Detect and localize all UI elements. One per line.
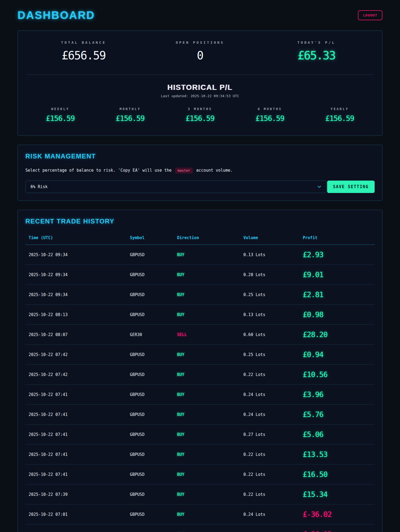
trade-symbol: GBPUSD	[130, 412, 144, 417]
trade-symbol: GBPUSD	[130, 472, 144, 477]
table-row: 2025-10-22 09:34GBPUSDBUY0.20 Lots£9.01	[25, 265, 375, 285]
stat-open-positions: OPEN POSITIONS 0	[142, 40, 258, 62]
table-row: 2025-10-22 07:01GBPUSDBUY0.24 Lots£-36.0…	[25, 504, 375, 524]
trade-time: 2025-10-22 07:39	[29, 492, 68, 497]
trade-volume: 0.22 Lots	[243, 472, 265, 477]
trade-symbol: GBPUSD	[130, 252, 144, 257]
trade-volume: 0.24 Lots	[243, 392, 265, 397]
period-label: 6 MONTHS	[235, 107, 305, 111]
trade-direction: BUY	[177, 372, 184, 377]
period-yearly: YEARLY £156.59	[305, 107, 375, 123]
trade-profit: £0.94	[303, 350, 323, 359]
period-label: MONTHLY	[95, 107, 165, 111]
column-header-profit: Profit	[300, 233, 375, 245]
trade-volume: 0.20 Lots	[243, 272, 265, 277]
trade-time: 2025-10-22 07:42	[29, 352, 68, 357]
trade-profit: £-36.02	[303, 530, 332, 532]
trade-table-body: 2025-10-22 09:34GBPUSDBUY0.13 Lots£2.932…	[25, 245, 375, 532]
risk-controls: 6% Risk SAVE SETTING	[25, 181, 375, 193]
trade-symbol: GBPUSD	[130, 272, 144, 277]
stat-label: TODAY'S P/L	[258, 40, 375, 45]
period-value: £156.59	[305, 114, 375, 123]
chevron-down-icon	[317, 185, 321, 189]
trade-volume: 0.24 Lots	[243, 412, 265, 417]
period-3-months: 3 MONTHS £156.59	[165, 107, 235, 123]
trade-time: 2025-10-22 07:41	[29, 412, 68, 417]
trade-profit: £28.20	[303, 330, 328, 339]
historical-pl-section: HISTORICAL P/L Last updated: 2025-10-22 …	[25, 83, 375, 123]
trade-direction: BUY	[177, 312, 184, 317]
risk-select-value: 6% Risk	[30, 184, 48, 189]
stats-grid: TOTAL BALANCE £656.59 OPEN POSITIONS 0 T…	[25, 40, 375, 62]
trade-profit: £13.53	[303, 450, 328, 459]
table-row: 2025-10-22 08:13GBPUSDBUY0.13 Lots£0.98	[25, 305, 375, 325]
table-header-row: Time (UTC) Symbol Direction Volume Profi…	[25, 233, 375, 245]
trade-symbol: GBPUSD	[130, 452, 144, 457]
trade-volume: 0.22 Lots	[243, 492, 265, 497]
trade-profit: £2.93	[303, 250, 323, 259]
trade-time: 2025-10-22 07:41	[29, 432, 68, 437]
trade-time: 2025-10-22 07:41	[29, 452, 68, 457]
table-row: 2025-10-22 07:01GBPUSDBUY0.24 Lots£-36.0…	[25, 524, 375, 532]
trade-time: 2025-10-22 07:41	[29, 392, 68, 397]
stats-card: TOTAL BALANCE £656.59 OPEN POSITIONS 0 T…	[18, 31, 382, 136]
table-row: 2025-10-22 07:41GBPUSDBUY0.24 Lots£5.76	[25, 405, 375, 425]
trade-direction: BUY	[177, 512, 184, 517]
period-weekly: WEEKLY £156.59	[25, 107, 95, 123]
trade-profit: £0.98	[303, 310, 323, 319]
stat-label: OPEN POSITIONS	[142, 40, 258, 45]
trade-time: 2025-10-22 07:41	[29, 472, 68, 477]
period-value: £156.59	[25, 114, 95, 123]
period-6-months: 6 MONTHS £156.59	[235, 107, 305, 123]
trade-volume: 0.13 Lots	[243, 312, 265, 317]
trade-profit: £-36.02	[303, 510, 332, 519]
trade-table: Time (UTC) Symbol Direction Volume Profi…	[25, 233, 375, 532]
trade-volume: 0.13 Lots	[243, 252, 265, 257]
table-row: 2025-10-22 07:39GBPUSDBUY0.22 Lots£15.34	[25, 484, 375, 504]
trade-volume: 0.27 Lots	[243, 432, 265, 437]
logout-button[interactable]: LOGOUT	[358, 10, 382, 20]
column-header-volume: Volume	[240, 233, 300, 245]
stat-value: 0	[142, 49, 258, 62]
trade-volume: 0.25 Lots	[243, 292, 265, 297]
trade-profit: £5.06	[303, 430, 323, 439]
top-bar: DASHBOARD LOGOUT	[18, 0, 382, 24]
trade-time: 2025-10-22 09:34	[29, 252, 68, 257]
trade-profit: £3.96	[303, 390, 323, 399]
trade-time: 2025-10-22 07:42	[29, 372, 68, 377]
page-title: DASHBOARD	[18, 9, 95, 21]
trade-symbol: GBPUSD	[130, 312, 144, 317]
divider	[26, 74, 374, 75]
last-updated-text: Last updated: 2025-10-22 09:34:53 UTC	[25, 94, 375, 98]
trade-symbol: GBPUSD	[130, 512, 144, 517]
risk-description-after: account volume.	[196, 168, 233, 173]
table-row: 2025-10-22 07:41GBPUSDBUY0.27 Lots£5.06	[25, 425, 375, 445]
risk-description: Select percentage of balance to risk. 'C…	[25, 168, 375, 174]
trade-direction: SELL	[177, 332, 187, 337]
trade-symbol: GBPUSD	[130, 492, 144, 497]
trade-history-card: RECENT TRADE HISTORY Time (UTC) Symbol D…	[18, 210, 382, 532]
stat-value: £65.33	[258, 49, 375, 62]
trade-direction: BUY	[177, 492, 184, 497]
trade-time: 2025-10-22 08:13	[29, 312, 68, 317]
historical-pl-title: HISTORICAL P/L	[25, 83, 375, 92]
risk-percentage-select[interactable]: 6% Risk	[25, 181, 327, 193]
stat-total-balance: TOTAL BALANCE £656.59	[25, 40, 142, 62]
trade-direction: BUY	[177, 412, 184, 417]
trade-direction: BUY	[177, 392, 184, 397]
table-row: 2025-10-22 09:34GBPUSDBUY0.13 Lots£2.93	[25, 245, 375, 265]
trade-symbol: GER30	[130, 332, 142, 337]
period-label: 3 MONTHS	[165, 107, 235, 111]
trade-time: 2025-10-22 08:07	[29, 332, 68, 337]
save-setting-button[interactable]: SAVE SETTING	[327, 181, 375, 193]
trade-direction: BUY	[177, 292, 184, 297]
trade-volume: 0.24 Lots	[243, 512, 265, 517]
trade-volume: 0.25 Lots	[243, 352, 265, 357]
dashboard-page: DASHBOARD LOGOUT TOTAL BALANCE £656.59 O…	[0, 0, 400, 532]
table-row: 2025-10-22 07:42GBPUSDBUY0.25 Lots£0.94	[25, 345, 375, 365]
trade-profit: £15.34	[303, 490, 328, 499]
trade-profit: £16.50	[303, 470, 328, 479]
trade-time: 2025-10-22 09:34	[29, 292, 68, 297]
stat-label: TOTAL BALANCE	[25, 40, 142, 45]
trade-volume: 0.22 Lots	[243, 452, 265, 457]
